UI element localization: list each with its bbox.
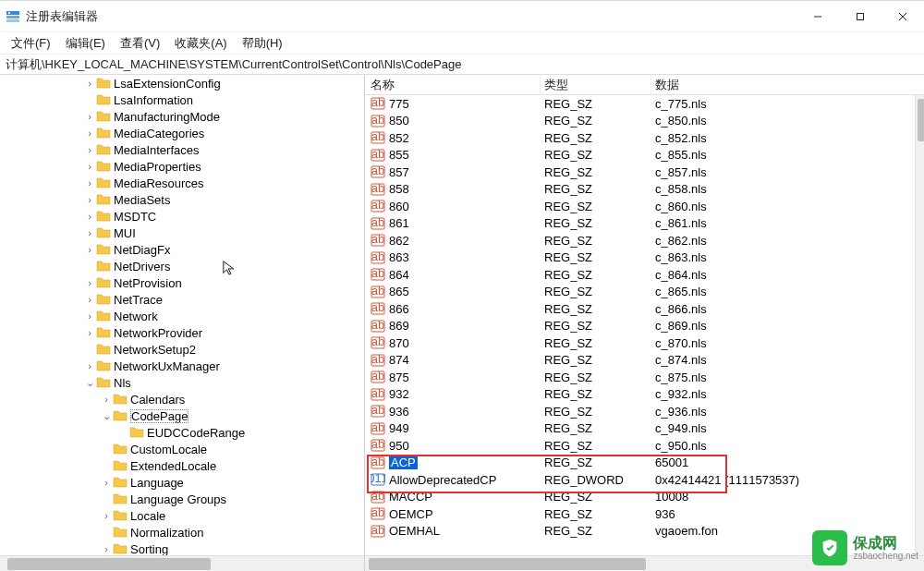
expand-icon[interactable]: › <box>83 277 96 288</box>
value-row[interactable]: abACPREG_SZ65001 <box>365 455 924 472</box>
value-row[interactable]: ab869REG_SZc_869.nls <box>365 318 924 335</box>
value-row[interactable]: ab850REG_SZc_850.nls <box>365 113 924 130</box>
value-row[interactable]: ab870REG_SZc_870.nls <box>365 334 924 352</box>
value-data: 65001 <box>651 456 924 469</box>
expand-icon[interactable]: › <box>83 294 96 305</box>
value-row[interactable]: ab858REG_SZc_858.nls <box>365 181 924 199</box>
value-row[interactable]: ab932REG_SZc_932.nls <box>365 386 924 404</box>
tree-horizontal-scrollbar[interactable] <box>0 555 364 571</box>
value-row[interactable]: ab936REG_SZc_936.nls <box>365 403 924 420</box>
tree-item[interactable]: ExtendedLocale <box>0 457 364 474</box>
menu-view[interactable]: 查看(V) <box>113 33 167 54</box>
value-row[interactable]: 011AllowDeprecatedCPREG_DWORD0x42414421 … <box>365 471 924 489</box>
value-row[interactable]: ab864REG_SZc_864.nls <box>365 266 924 284</box>
value-row[interactable]: ab860REG_SZc_860.nls <box>365 198 924 215</box>
values-pane: 名称 类型 数据 ab775REG_SZc_775.nlsab850REG_SZ… <box>365 75 924 571</box>
column-data[interactable]: 数据 <box>651 75 924 94</box>
expand-icon[interactable]: › <box>100 477 113 488</box>
tree-item[interactable]: ›Network <box>0 308 364 324</box>
tree-item[interactable]: ›NetProvision <box>0 274 364 291</box>
expand-icon[interactable]: › <box>100 394 113 405</box>
value-row[interactable]: ab874REG_SZc_874.nls <box>365 352 924 370</box>
value-row[interactable]: ab855REG_SZc_855.nls <box>365 147 924 164</box>
tree-item[interactable]: ⌄Nls <box>0 374 364 391</box>
tree-item-label: MUI <box>114 226 136 240</box>
tree-item[interactable]: ›MSDTC <box>0 208 364 225</box>
value-data: c_860.nls <box>651 200 924 213</box>
tree-item[interactable]: ›MediaSets <box>0 191 364 208</box>
value-row[interactable]: ab950REG_SZc_950.nls <box>365 437 924 455</box>
menu-file[interactable]: 文件(F) <box>4 33 58 54</box>
expand-icon[interactable]: ⌄ <box>100 410 113 422</box>
expand-icon[interactable]: ⌄ <box>83 377 96 389</box>
close-button[interactable] <box>881 1 924 32</box>
watermark-shield-icon <box>812 530 847 565</box>
tree-item[interactable]: Normalization <box>0 524 364 541</box>
tree-item[interactable]: ›NetTrace <box>0 291 364 308</box>
folder-icon <box>96 109 111 124</box>
value-row[interactable]: ab775REG_SZc_775.nls <box>365 95 924 113</box>
tree-item[interactable]: ›Language <box>0 474 364 491</box>
value-data: c_862.nls <box>651 234 924 248</box>
tree-item[interactable]: ⌄CodePage <box>0 407 364 424</box>
tree-item[interactable]: NetDrivers <box>0 258 364 274</box>
tree-item[interactable]: CustomLocale <box>0 441 364 457</box>
expand-icon[interactable]: › <box>83 310 96 322</box>
expand-icon[interactable]: › <box>83 327 96 338</box>
tree-item[interactable]: ›NetworkProvider <box>0 324 364 341</box>
column-name[interactable]: 名称 <box>365 75 541 94</box>
value-name: 855 <box>389 148 409 162</box>
menu-help[interactable]: 帮助(H) <box>235 33 290 54</box>
tree-item[interactable]: ›MediaProperties <box>0 158 364 175</box>
expand-icon[interactable]: › <box>83 177 96 188</box>
tree-item[interactable]: ›MediaCategories <box>0 125 364 141</box>
expand-icon[interactable]: › <box>83 360 96 371</box>
menu-fav[interactable]: 收藏夹(A) <box>167 33 234 54</box>
tree-item[interactable]: ›MediaResources <box>0 175 364 191</box>
svg-text:ab: ab <box>371 404 384 417</box>
maximize-button[interactable] <box>839 1 881 32</box>
tree-item[interactable]: ›MediaInterfaces <box>0 141 364 158</box>
tree-item[interactable]: ›NetDiagFx <box>0 241 364 258</box>
value-row[interactable]: ab862REG_SZc_862.nls <box>365 232 924 249</box>
expand-icon[interactable]: › <box>83 144 96 155</box>
expand-icon[interactable]: › <box>83 194 96 205</box>
value-data: c_852.nls <box>651 131 924 145</box>
expand-icon[interactable]: › <box>83 227 96 238</box>
tree-item[interactable]: NetworkSetup2 <box>0 341 364 358</box>
address-bar[interactable]: 计算机\HKEY_LOCAL_MACHINE\SYSTEM\CurrentCon… <box>0 55 924 75</box>
expand-icon[interactable]: › <box>83 244 96 255</box>
folder-icon <box>113 458 128 473</box>
tree-item[interactable]: ›LsaExtensionConfig <box>0 75 364 91</box>
expand-icon[interactable]: › <box>100 510 113 521</box>
value-row[interactable]: ab949REG_SZc_949.nls <box>365 420 924 438</box>
tree-item[interactable]: EUDCCodeRange <box>0 424 364 441</box>
tree-item[interactable]: LsaInformation <box>0 91 364 108</box>
tree-item[interactable]: ›Calendars <box>0 391 364 407</box>
tree-item[interactable]: ›Locale <box>0 507 364 524</box>
value-row[interactable]: ab865REG_SZc_865.nls <box>365 284 924 301</box>
tree-item[interactable]: ›ManufacturingMode <box>0 108 364 125</box>
value-row[interactable]: ab863REG_SZc_863.nls <box>365 249 924 267</box>
value-row[interactable]: ab875REG_SZc_875.nls <box>365 369 924 386</box>
tree-item[interactable]: ›NetworkUxManager <box>0 358 364 374</box>
tree-item[interactable]: Language Groups <box>0 491 364 507</box>
expand-icon[interactable]: › <box>83 128 96 139</box>
column-type[interactable]: 类型 <box>541 75 651 94</box>
tree-item[interactable]: ›MUI <box>0 225 364 241</box>
value-row[interactable]: ab866REG_SZc_866.nls <box>365 300 924 318</box>
expand-icon[interactable]: › <box>83 161 96 172</box>
list-vertical-scrollbar[interactable] <box>915 95 924 555</box>
minimize-button[interactable] <box>796 1 839 32</box>
menu-edit[interactable]: 编辑(E) <box>58 33 113 54</box>
tree-item[interactable]: ›Sorting <box>0 541 364 555</box>
expand-icon[interactable]: › <box>83 78 96 89</box>
expand-icon[interactable]: › <box>100 543 113 554</box>
value-row[interactable]: ab861REG_SZc_861.nls <box>365 215 924 233</box>
value-row[interactable]: abMACCPREG_SZ10008 <box>365 489 924 506</box>
expand-icon[interactable]: › <box>83 211 96 222</box>
value-row[interactable]: ab852REG_SZc_852.nls <box>365 129 924 147</box>
value-row[interactable]: abOEMCPREG_SZ936 <box>365 505 924 523</box>
expand-icon[interactable]: › <box>83 111 96 122</box>
value-row[interactable]: ab857REG_SZc_857.nls <box>365 164 924 181</box>
